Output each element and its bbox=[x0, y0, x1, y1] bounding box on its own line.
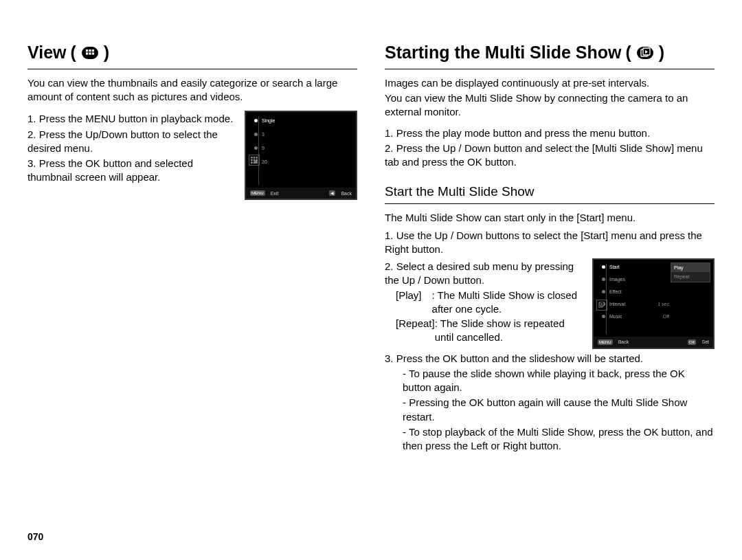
note-1: - To pause the slide shown while playing… bbox=[403, 367, 715, 395]
slideshow-step-1: 1. Press the play mode button and press … bbox=[385, 126, 715, 140]
grid-icon bbox=[249, 155, 260, 166]
slideshow-steps: 1. Press the play mode button and press … bbox=[385, 126, 715, 170]
ss2-repeat: Repeat bbox=[671, 272, 710, 281]
exit-label: Exit bbox=[271, 190, 279, 197]
start-notes: - To pause the slide shown while playing… bbox=[385, 367, 715, 453]
svg-rect-12 bbox=[254, 159, 256, 161]
view-intro: You can view the thumbnails and easily c… bbox=[27, 76, 357, 104]
menu-btn-tag: MENU bbox=[598, 339, 613, 345]
svg-rect-9 bbox=[254, 157, 256, 159]
slideshow-intro-1: Images can be displayed continuously at … bbox=[385, 76, 715, 90]
menu-btn-tag: MENU bbox=[250, 190, 265, 196]
ss-item-9: 9 bbox=[254, 145, 265, 151]
ss2-interval-value: 1 sec bbox=[657, 301, 669, 307]
ss-item-single: Single bbox=[254, 117, 275, 124]
svg-rect-1 bbox=[86, 49, 88, 52]
svg-rect-3 bbox=[92, 49, 94, 52]
divider bbox=[385, 69, 715, 69]
slideshow-heading: Starting the Multi Slide Show ( ) bbox=[385, 41, 715, 65]
ss2-submenu: Play Repeat bbox=[671, 262, 710, 282]
svg-rect-16 bbox=[256, 162, 258, 164]
slideshow-step-2: 2. Press the Up / Down button and select… bbox=[385, 142, 715, 170]
view-menu-screenshot: Single 3 9 20 bbox=[245, 111, 357, 200]
page-number: 070 bbox=[27, 530, 43, 544]
start-step-1: 1. Use the Up / Down buttons to select t… bbox=[385, 229, 715, 257]
slideshow-icon bbox=[596, 300, 607, 311]
svg-rect-6 bbox=[92, 52, 94, 54]
ss2-start: Start bbox=[602, 264, 620, 270]
def-repeat-label: [Repeat] bbox=[396, 317, 435, 345]
start-intro: The Multi Slide Show can start only in t… bbox=[385, 211, 715, 225]
svg-rect-11 bbox=[251, 159, 253, 161]
slideshow-intro-2: You can view the Multi Slide Show by con… bbox=[385, 91, 715, 120]
svg-rect-14 bbox=[251, 162, 253, 164]
def-play-text: : The Multi Slide Show is closed after o… bbox=[432, 289, 583, 317]
svg-rect-13 bbox=[256, 159, 258, 161]
submenu-definitions: [Play] : The Multi Slide Show is closed … bbox=[385, 289, 583, 344]
ss-item-3: 3 bbox=[254, 131, 265, 137]
ss2-play: Play bbox=[671, 263, 710, 272]
svg-rect-5 bbox=[89, 52, 91, 54]
ss2-bottom-bar: MENU Back OK Set bbox=[594, 337, 713, 348]
view-title-text: View bbox=[27, 41, 67, 65]
slideshow-icon bbox=[636, 46, 655, 60]
start-menu-screenshot: Start Images Effect Interval Music 1 sec… bbox=[592, 258, 715, 349]
def-play-label: [Play] bbox=[396, 289, 432, 317]
back-arrow-icon: ◀ bbox=[329, 190, 335, 196]
right-column: Starting the Multi Slide Show ( ) Images… bbox=[385, 41, 715, 546]
start-step-3: 3. Press the OK button and the slideshow… bbox=[385, 352, 715, 366]
note-2: - Pressing the OK button again will caus… bbox=[403, 396, 715, 424]
ss2-music: Music bbox=[602, 313, 622, 320]
def-repeat-text: : The Slide show is repeated until cance… bbox=[435, 317, 583, 345]
svg-rect-2 bbox=[89, 49, 91, 52]
divider bbox=[385, 203, 715, 204]
view-step-3: 3. Press the OK button and selected thum… bbox=[27, 157, 235, 185]
ss2-images: Images bbox=[602, 276, 625, 282]
svg-rect-8 bbox=[251, 157, 253, 159]
start-step-2: 2. Select a desired sub menu by pressing… bbox=[385, 260, 583, 288]
start-subheading: Start the Multi Slide Show bbox=[385, 183, 715, 201]
view-steps: 1. Press the MENU button in playback mod… bbox=[27, 111, 235, 186]
view-step-1: 1. Press the MENU button in playback mod… bbox=[27, 112, 235, 126]
view-step-2: 2. Press the Up/Down button to select th… bbox=[27, 128, 235, 156]
view-heading: View ( ) bbox=[27, 41, 357, 65]
view-title-open-paren: ( bbox=[71, 41, 76, 65]
ss2-effect: Effect bbox=[602, 289, 622, 295]
left-column: View ( ) You can view the thumbnails and… bbox=[27, 41, 357, 546]
view-title-close-paren: ) bbox=[104, 41, 109, 65]
set-label: Set bbox=[701, 339, 709, 345]
svg-rect-15 bbox=[254, 162, 256, 164]
svg-rect-4 bbox=[86, 52, 88, 54]
grid-icon bbox=[80, 46, 100, 60]
svg-rect-10 bbox=[256, 157, 258, 159]
divider bbox=[27, 69, 357, 69]
ss-bottom-bar: MENU Exit ◀ Back bbox=[246, 188, 356, 199]
ok-btn-tag: OK bbox=[688, 339, 697, 345]
back-label: Back bbox=[341, 190, 352, 197]
note-3: - To stop playback of the Multi Slide Sh… bbox=[403, 425, 715, 453]
slideshow-title-text: Starting the Multi Slide Show bbox=[385, 41, 621, 65]
ss2-music-value: Off bbox=[663, 313, 669, 320]
back-label: Back bbox=[618, 339, 629, 345]
